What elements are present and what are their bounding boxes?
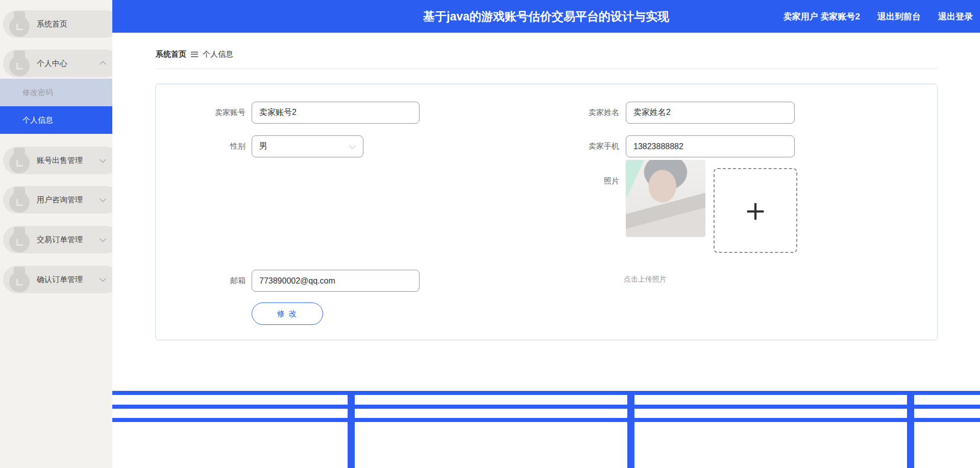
photo-upload-box[interactable]: + <box>714 168 797 253</box>
email-label: 邮箱 <box>174 270 246 291</box>
gender-select[interactable]: 男 <box>252 135 363 157</box>
sidebar-item-label: 确认订单管理 <box>37 275 83 285</box>
phone-input[interactable] <box>626 135 795 157</box>
grid-line-vertical <box>627 391 634 468</box>
logout-link[interactable]: 退出登录 <box>938 11 973 22</box>
placeholder-image-icon <box>9 51 30 76</box>
name-label: 卖家姓名 <box>548 102 619 123</box>
sidebar-item-label: 账号出售管理 <box>37 156 83 166</box>
chevron-up-icon <box>100 61 106 67</box>
current-user-label: 卖家用户 卖家账号2 <box>783 11 860 22</box>
sidebar-item-user-consult[interactable]: 用户咨询管理 <box>3 186 112 214</box>
phone-label: 卖家手机 <box>548 135 619 157</box>
placeholder-image-icon <box>9 148 30 173</box>
grid-line-horizontal <box>112 418 980 422</box>
email-input[interactable] <box>252 270 420 292</box>
grid-line-horizontal <box>112 391 980 395</box>
profile-photo[interactable] <box>626 160 705 237</box>
breadcrumb: 系统首页 个人信息 <box>156 49 233 60</box>
account-input[interactable] <box>252 102 420 124</box>
placeholder-image-icon <box>9 227 30 252</box>
menu-lines-icon <box>191 52 198 57</box>
submenu-item-label: 个人信息 <box>22 115 53 125</box>
modify-button[interactable]: 修 改 <box>252 302 323 325</box>
sidebar-item-label: 用户咨询管理 <box>37 195 83 205</box>
submenu-item-personal-info[interactable]: 个人信息 <box>0 106 112 134</box>
breadcrumb-root[interactable]: 系统首页 <box>156 50 186 59</box>
placeholder-image-icon <box>9 11 30 37</box>
plus-icon: + <box>744 197 767 224</box>
header: 基于java的游戏账号估价交易平台的设计与实现 卖家用户 卖家账号2 退出到前台… <box>112 0 980 33</box>
sidebar-item-label: 交易订单管理 <box>37 235 83 245</box>
page-title: 基于java的游戏账号估价交易平台的设计与实现 <box>423 9 669 25</box>
chevron-down-icon <box>100 196 106 202</box>
chevron-down-icon <box>100 156 106 163</box>
sidebar-item-account-sale[interactable]: 账号出售管理 <box>3 147 112 174</box>
header-actions: 卖家用户 卖家账号2 退出到前台 退出登录 <box>783 0 973 33</box>
submenu-item-label: 修改密码 <box>22 88 53 98</box>
chevron-down-icon <box>100 236 106 242</box>
grid-line-vertical <box>907 391 914 468</box>
chevron-down-icon <box>349 142 356 149</box>
chevron-down-icon <box>100 275 106 282</box>
sidebar-item-label: 系统首页 <box>37 19 67 29</box>
breadcrumb-divider <box>156 68 938 69</box>
sidebar-item-home[interactable]: 系统首页 <box>3 10 112 38</box>
gender-selected-value: 男 <box>259 141 267 152</box>
sidebar-item-personal-center[interactable]: 个人中心 <box>3 50 112 77</box>
sidebar: 系统首页 个人中心 修改密码 个人信息 账号出售管理 用户咨询管理 交易订单管理… <box>0 0 112 468</box>
sidebar-item-trade-orders[interactable]: 交易订单管理 <box>3 226 112 253</box>
submenu-item-change-password[interactable]: 修改密码 <box>0 79 112 106</box>
upload-hint: 点击上传照片 <box>624 275 667 284</box>
account-label: 卖家账号 <box>174 102 246 123</box>
grid-line-horizontal <box>112 405 980 409</box>
placeholder-image-icon <box>9 187 30 213</box>
breadcrumb-current: 个人信息 <box>203 50 233 59</box>
gender-label: 性别 <box>174 135 246 157</box>
name-input[interactable] <box>626 102 795 124</box>
profile-form-card: 卖家账号 卖家姓名 性别 男 卖家手机 照片 + 点击上传照片 邮箱 修 改 <box>155 84 938 340</box>
placeholder-image-icon <box>9 267 30 292</box>
exit-to-front-link[interactable]: 退出到前台 <box>877 11 921 22</box>
photo-label: 照片 <box>548 170 619 192</box>
grid-line-vertical <box>348 391 355 468</box>
sidebar-item-confirm-orders[interactable]: 确认订单管理 <box>3 266 112 293</box>
sidebar-item-label: 个人中心 <box>37 59 67 68</box>
